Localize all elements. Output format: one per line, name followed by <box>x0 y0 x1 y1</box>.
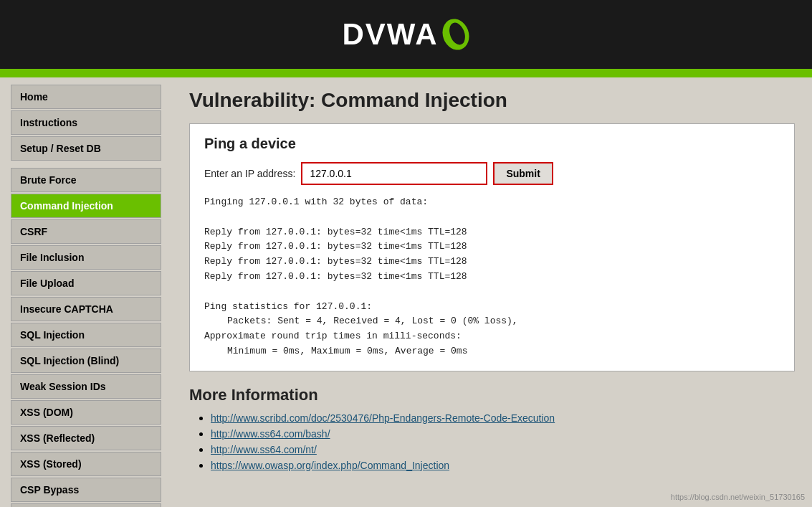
dvwa-logo: DVWA <box>343 16 470 52</box>
list-item: https://www.owasp.org/index.php/Command_… <box>211 459 795 472</box>
sidebar-item-file-inclusion[interactable]: File Inclusion <box>11 245 161 270</box>
more-info-link-1[interactable]: http://www.scribd.com/doc/2530476/Php-En… <box>211 412 555 424</box>
sidebar-item-home[interactable]: Home <box>11 85 161 109</box>
sidebar: Home Instructions Setup / Reset DB Brute… <box>0 77 172 507</box>
page-title: Vulnerability: Command Injection <box>189 89 795 112</box>
ping-line-3: Reply from 127.0.0.1: bytes=32 time<1ms … <box>204 240 780 255</box>
sidebar-item-weak-session-ids[interactable]: Weak Session IDs <box>11 374 161 399</box>
ip-form-row: Enter an IP address: Submit <box>204 162 780 185</box>
sidebar-item-sql-injection[interactable]: SQL Injection <box>11 323 161 347</box>
sidebar-item-xss-stored[interactable]: XSS (Stored) <box>11 452 161 476</box>
more-info-section: More Information http://www.scribd.com/d… <box>189 386 795 472</box>
more-info-list: http://www.scribd.com/doc/2530476/Php-En… <box>189 412 795 472</box>
green-accent-bar <box>0 72 812 77</box>
more-info-link-2[interactable]: http://www.ss64.com/bash/ <box>211 428 330 440</box>
sidebar-item-xss-reflected[interactable]: XSS (Reflected) <box>11 426 161 450</box>
ip-label: Enter an IP address: <box>204 168 295 179</box>
ping-line-1: Pinging 127.0.0.1 with 32 bytes of data: <box>204 195 780 210</box>
ping-line-5: Reply from 127.0.0.1: bytes=32 time<1ms … <box>204 270 780 285</box>
ping-line-2: Reply from 127.0.0.1: bytes=32 time<1ms … <box>204 225 780 240</box>
ping-output: Pinging 127.0.0.1 with 32 bytes of data:… <box>204 195 780 359</box>
logo-leaf-icon <box>441 16 470 52</box>
sidebar-item-xss-dom[interactable]: XSS (DOM) <box>11 400 161 425</box>
sidebar-item-setup[interactable]: Setup / Reset DB <box>11 136 161 161</box>
page-layout: Home Instructions Setup / Reset DB Brute… <box>0 77 812 507</box>
ping-line-9: Minimum = 0ms, Maximum = 0ms, Average = … <box>204 344 780 359</box>
sidebar-item-file-upload[interactable]: File Upload <box>11 271 161 295</box>
list-item: http://www.ss64.com/nt/ <box>211 443 795 456</box>
app-header: DVWA <box>0 0 812 72</box>
sidebar-item-command-injection[interactable]: Command Injection <box>11 194 161 218</box>
main-content: Vulnerability: Command Injection Ping a … <box>172 77 812 507</box>
sidebar-item-csrf[interactable]: CSRF <box>11 219 161 244</box>
list-item: http://www.ss64.com/bash/ <box>211 427 795 440</box>
ping-line-4: Reply from 127.0.0.1: bytes=32 time<1ms … <box>204 255 780 270</box>
ping-line-7: Packets: Sent = 4, Received = 4, Lost = … <box>204 314 780 329</box>
ping-box-title: Ping a device <box>204 136 780 152</box>
ping-line-6: Ping statistics for 127.0.0.1: <box>204 300 780 315</box>
ping-line-8: Approximate round trip times in milli-se… <box>204 329 780 344</box>
sidebar-item-javascript[interactable]: JavaScript <box>11 503 161 507</box>
more-info-title: More Information <box>189 386 795 404</box>
ping-box: Ping a device Enter an IP address: Submi… <box>189 123 795 371</box>
submit-button[interactable]: Submit <box>493 162 553 185</box>
sidebar-item-insecure-captcha[interactable]: Insecure CAPTCHA <box>11 297 161 321</box>
more-info-link-3[interactable]: http://www.ss64.com/nt/ <box>211 444 317 455</box>
sidebar-item-instructions[interactable]: Instructions <box>11 110 161 135</box>
sidebar-item-brute-force[interactable]: Brute Force <box>11 168 161 192</box>
more-info-link-4[interactable]: https://www.owasp.org/index.php/Command_… <box>211 460 449 471</box>
logo-text: DVWA <box>343 17 439 52</box>
list-item: http://www.scribd.com/doc/2530476/Php-En… <box>211 412 795 425</box>
watermark: https://blog.csdn.net/weixin_51730165 <box>671 493 805 501</box>
ip-input[interactable] <box>301 162 487 185</box>
sidebar-item-csp-bypass[interactable]: CSP Bypass <box>11 478 161 502</box>
sidebar-item-sql-injection-blind[interactable]: SQL Injection (Blind) <box>11 349 161 373</box>
